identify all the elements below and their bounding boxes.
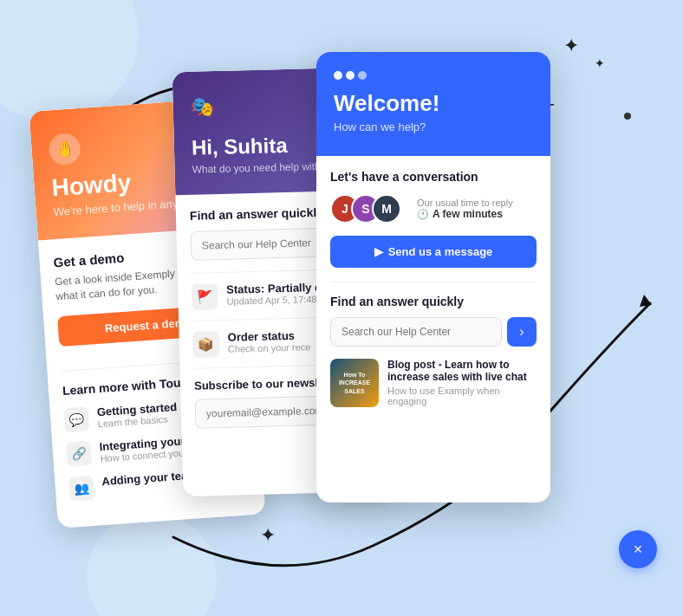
blue-search-input[interactable] [330, 317, 502, 347]
reply-label: Our usual time to reply [417, 198, 513, 208]
close-icon: × [634, 541, 643, 559]
card-blue-header: Welcome! How can we help? [316, 52, 550, 156]
blog-post-sub: How to use Examply when engaging [387, 386, 537, 406]
order-icon: 📦 [192, 331, 219, 358]
blog-thumbnail: How ToINCREASESALES [330, 359, 379, 407]
blog-item: How ToINCREASESALES Blog post - Learn ho… [330, 359, 537, 407]
tour-icon-3: 👥 [68, 475, 94, 501]
avatar-group: J S M [330, 194, 393, 224]
card-blue: Welcome! How can we help? Let's have a c… [316, 52, 550, 503]
send-label: Send us a message [388, 245, 493, 258]
find-answer-title: Find an answer quickly [330, 295, 537, 308]
conversation-section: Let's have a conversation J S M Our usua… [330, 170, 537, 268]
close-fab-button[interactable]: × [619, 530, 657, 568]
dot-1 [334, 71, 342, 80]
reply-time: 🕐 A few minutes [417, 208, 513, 220]
blue-title: Welcome! [334, 90, 533, 117]
blue-search-button[interactable]: › [507, 317, 537, 347]
cards-container: 🤚 Howdy We're here to help in any Get a … [43, 52, 667, 589]
reply-info: Our usual time to reply 🕐 A few minutes [417, 198, 513, 220]
header-dots [334, 71, 533, 80]
dot-2 [346, 71, 355, 80]
order-sub: Check on your rece [228, 341, 311, 353]
blue-subtitle: How can we help? [334, 120, 533, 133]
search-row: › [330, 317, 537, 347]
blog-post-title: Blog post - Learn how to increase sales … [387, 359, 537, 383]
tour-icon-1: 💬 [63, 406, 89, 432]
avatar-3: M [372, 194, 401, 224]
conversation-title: Let's have a conversation [330, 170, 537, 184]
orange-logo-icon: 🤚 [48, 133, 81, 165]
send-icon: ▶ [374, 245, 383, 258]
clock-icon: 🕐 [417, 209, 429, 220]
blue-divider [330, 282, 537, 282]
blog-thumb-text: How ToINCREASESALES [339, 371, 370, 394]
tour-icon-2: 🔗 [66, 441, 92, 467]
send-message-button[interactable]: ▶ Send us a message [330, 236, 537, 268]
dot-3 [358, 71, 367, 80]
purple-logo-icon: 🎭 [190, 95, 225, 127]
flag-icon: 🚩 [192, 283, 218, 310]
card-blue-body: Let's have a conversation J S M Our usua… [316, 156, 550, 421]
conversation-row: J S M Our usual time to reply 🕐 A few mi… [330, 194, 537, 224]
